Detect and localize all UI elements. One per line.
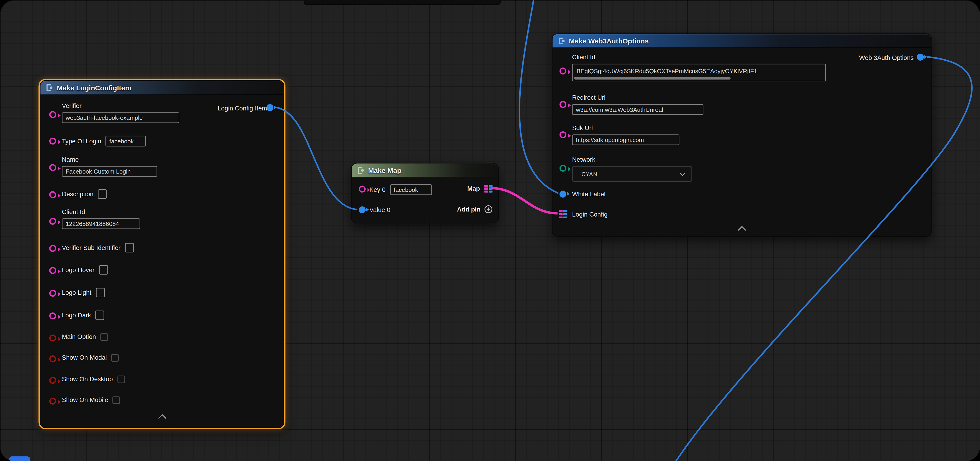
pin-sdk-url[interactable] — [560, 131, 566, 138]
client-id-box — [572, 64, 826, 81]
pin-row-value-0: Value 0 — [369, 206, 390, 215]
wire-loginconfigitem-to-value0[interactable] — [275, 107, 357, 210]
pin-label: Verifier Sub Identifier — [62, 243, 121, 252]
pin-label: Redirect Url — [572, 94, 606, 102]
pin-network[interactable] — [560, 165, 566, 172]
blueprint-graph-canvas[interactable]: Make LoginConfigItem Login Config Item V… — [0, 0, 980, 461]
pin-type-of-login[interactable] — [49, 138, 56, 145]
pin-logo-hover[interactable] — [49, 267, 56, 274]
make-struct-icon — [46, 84, 53, 91]
pin-row-main-option: Main Option — [62, 333, 108, 342]
node-make-loginconfigitem[interactable]: Make LoginConfigItem Login Config Item V… — [40, 80, 284, 428]
description-input[interactable] — [98, 189, 107, 199]
logo-hover-input[interactable] — [99, 265, 108, 274]
show-on-desktop-checkbox[interactable] — [117, 375, 125, 383]
node-header[interactable]: Make Map — [352, 164, 498, 178]
blueprint-editor: Make LoginConfigItem Login Config Item V… — [0, 0, 980, 461]
collapse-chevron-icon — [158, 414, 167, 419]
add-pin-label: Add pin — [457, 206, 480, 213]
verifier-input[interactable] — [62, 112, 179, 123]
pin-row-login-config: Login Config — [572, 210, 608, 219]
client-id-input[interactable] — [573, 66, 826, 76]
pin-logo-light[interactable] — [49, 290, 56, 297]
name-input[interactable] — [62, 166, 158, 177]
pin-show-on-modal[interactable] — [49, 355, 56, 362]
client-id-input[interactable] — [62, 218, 140, 229]
pin-label: Client Id — [572, 53, 595, 62]
pin-label: Client Id — [62, 208, 85, 216]
pin-row-logo-hover: Logo Hover — [62, 265, 108, 274]
logo-dark-input[interactable] — [95, 310, 104, 320]
pin-name[interactable] — [49, 164, 56, 171]
pin-label: Show On Mobile — [62, 396, 108, 405]
node-title: Make Map — [368, 166, 401, 174]
pin-description[interactable] — [49, 191, 56, 198]
redirect-url-input[interactable] — [572, 104, 703, 115]
main-option-checkbox[interactable] — [100, 333, 108, 341]
pin-row-network: Network CYAN — [572, 155, 692, 182]
client-id-scrollbar[interactable] — [574, 77, 731, 79]
pin-verifier-sub-identifier[interactable] — [49, 245, 56, 252]
type-of-login-input[interactable] — [106, 136, 146, 146]
network-dropdown[interactable]: CYAN — [572, 166, 692, 182]
node-header[interactable]: Make LoginConfigItem — [40, 81, 284, 95]
pin-row-logo-light: Logo Light — [62, 288, 105, 297]
node-make-map[interactable]: Make Map Key 0 Map Value 0 Add pin — [351, 163, 499, 223]
pin-row-show-on-desktop: Show On Desktop — [62, 375, 125, 384]
pin-label: Show On Desktop — [62, 375, 113, 384]
pin-show-on-mobile[interactable] — [49, 397, 56, 405]
pin-label: White Label — [572, 190, 606, 199]
output-label: Login Config Item — [218, 104, 267, 113]
pin-row-name: Name — [62, 155, 158, 177]
pin-row-map-output: Map — [467, 184, 493, 193]
advanced-pins-toggle[interactable] — [40, 414, 284, 419]
node-make-web3authoptions[interactable]: Make Web3AuthOptions Web 3Auth Options C… — [552, 33, 932, 237]
pin-label: Key 0 — [369, 185, 386, 194]
pin-value-0[interactable] — [359, 207, 366, 213]
pin-row-client-id: Client Id — [572, 53, 826, 81]
pin-key-0[interactable] — [359, 186, 366, 192]
advanced-pins-toggle[interactable] — [552, 226, 931, 231]
pin-label: Show On Modal — [62, 353, 107, 362]
pin-login-config[interactable] — [559, 210, 567, 218]
show-on-modal-checkbox[interactable] — [111, 354, 119, 362]
pin-map-output[interactable] — [484, 184, 493, 193]
pin-client-id[interactable] — [49, 218, 56, 224]
add-pin-button[interactable]: Add pin — [457, 205, 493, 213]
pin-label: Name — [62, 155, 79, 164]
node-header[interactable]: Make Web3AuthOptions — [552, 34, 931, 48]
sdk-url-input[interactable] — [572, 135, 679, 145]
add-pin-icon — [484, 205, 493, 213]
pin-label: Type Of Login — [62, 137, 101, 146]
pin-label: Description — [62, 189, 94, 199]
pin-row-type-of-login: Type Of Login — [62, 136, 146, 146]
pin-verifier[interactable] — [49, 111, 56, 118]
network-selected-value: CYAN — [582, 171, 597, 177]
output-label: Web 3Auth Options — [859, 54, 914, 63]
pin-row-description: Description — [62, 189, 107, 199]
pin-client-id[interactable] — [560, 67, 566, 74]
make-struct-icon — [557, 37, 565, 45]
background-window-fragment — [9, 456, 30, 461]
pin-label: Logo Hover — [62, 265, 95, 274]
pin-logo-dark[interactable] — [49, 312, 56, 319]
pin-main-option[interactable] — [49, 335, 56, 342]
node-title: Make LoginConfigItem — [57, 84, 131, 91]
verifier-sub-identifier-input[interactable] — [125, 243, 134, 253]
pin-web3auth-options-output[interactable] — [917, 54, 924, 60]
pin-redirect-url[interactable] — [560, 101, 566, 108]
pin-row-redirect-url: Redirect Url — [572, 94, 703, 115]
show-on-mobile-checkbox[interactable] — [113, 396, 120, 404]
logo-light-input[interactable] — [96, 288, 105, 297]
pin-show-on-desktop[interactable] — [49, 377, 56, 384]
wire-map-to-login-config[interactable] — [491, 188, 558, 213]
pin-row-verifier-sub-identifier: Verifier Sub Identifier — [62, 243, 134, 253]
pin-white-label[interactable] — [560, 191, 566, 197]
pin-login-config-item-output[interactable] — [267, 104, 274, 111]
pin-label: Value 0 — [369, 206, 390, 215]
key-0-input[interactable] — [390, 184, 432, 195]
pin-label: Network — [572, 155, 595, 164]
pin-row-sdk-url: Sdk Url — [572, 124, 679, 145]
pin-label: Map — [467, 184, 480, 193]
pin-row-client-id: Client Id — [62, 208, 140, 229]
